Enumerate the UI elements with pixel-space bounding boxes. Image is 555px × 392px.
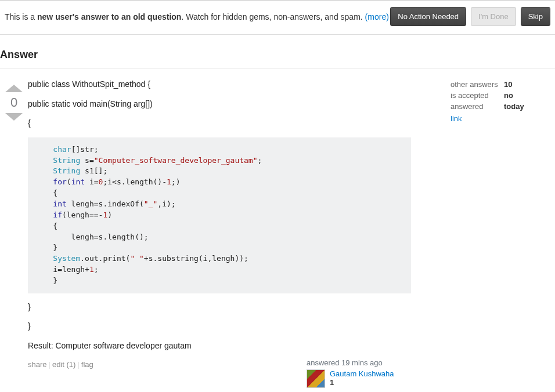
stats-row: is accepted no — [451, 91, 555, 100]
stats-row: other answers 10 — [451, 80, 555, 89]
svg-marker-0 — [5, 85, 23, 92]
stats-value: today — [504, 102, 524, 111]
edit-link[interactable]: edit (1) — [52, 360, 75, 369]
code-line: } — [28, 302, 441, 313]
post-body: public class WithoutSpit_method { public… — [28, 79, 451, 392]
result-line: Result: Computer software developer gaut… — [28, 340, 441, 352]
stats-sidebar: other answers 10 is accepted no answered… — [451, 79, 555, 392]
skip-button[interactable]: Skip — [521, 7, 550, 26]
user-name-link[interactable]: Gautam Kushwaha — [330, 369, 394, 378]
code-line: { — [28, 118, 441, 129]
user-info: answered 19 mins ago Gautam Kushwaha 1 — [307, 358, 441, 388]
share-link[interactable]: share — [28, 360, 47, 369]
avatar[interactable] — [307, 369, 325, 388]
review-prefix: This is a — [5, 12, 37, 21]
downvote-icon[interactable] — [3, 111, 24, 123]
review-bar: This is a new user's answer to an old qu… — [0, 7, 555, 35]
review-suffix: . Watch for hidden gems, non-answers, an… — [181, 12, 365, 21]
review-bold: new user's answer to an old question — [37, 12, 181, 21]
stats-row: answered today — [451, 102, 555, 111]
stats-label: is accepted — [451, 91, 504, 100]
flag-link[interactable]: flag — [81, 360, 93, 369]
review-more-link[interactable]: (more) — [365, 12, 389, 21]
code-block: char[]str; String s="Computer_software_d… — [28, 137, 411, 293]
answered-time: answered 19 mins ago — [307, 358, 383, 367]
svg-marker-1 — [5, 113, 23, 121]
no-action-button[interactable]: No Action Needed — [390, 7, 466, 26]
vote-score: 0 — [10, 95, 17, 110]
stats-value: 10 — [504, 80, 512, 89]
stats-value: no — [504, 91, 513, 100]
stats-label: answered — [451, 102, 504, 111]
permalink[interactable]: link — [451, 114, 462, 123]
section-title: Answer — [0, 35, 555, 68]
review-text: This is a new user's answer to an old qu… — [5, 12, 389, 21]
im-done-button: I'm Done — [471, 7, 516, 26]
upvote-icon[interactable] — [3, 82, 24, 94]
code-line: } — [28, 321, 441, 332]
vote-column: 0 — [0, 79, 28, 392]
code-line: public class WithoutSpit_method { — [28, 79, 441, 90]
code-line: public static void main(String arg[]) — [28, 99, 441, 110]
review-buttons: No Action Needed I'm Done Skip — [390, 7, 550, 26]
user-reputation: 1 — [330, 378, 334, 387]
stats-label: other answers — [451, 80, 504, 89]
